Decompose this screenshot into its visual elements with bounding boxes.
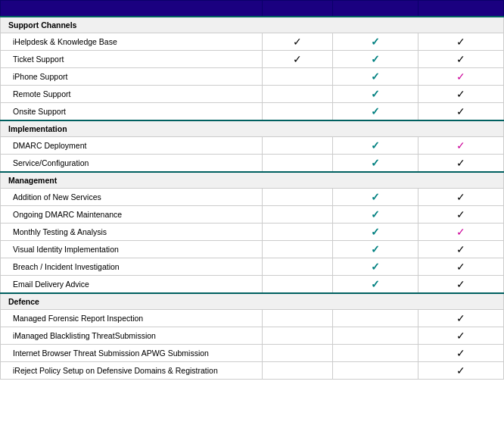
checkmark-icon: ✓ bbox=[371, 53, 380, 65]
header-description bbox=[1, 1, 263, 17]
defence-cell: ✓ bbox=[418, 33, 503, 51]
row-label: Ticket Support bbox=[1, 51, 263, 68]
defence-cell: ✓ bbox=[418, 68, 503, 86]
free-cell: ✓ bbox=[262, 51, 332, 68]
free-cell bbox=[262, 206, 332, 224]
proactive-cell: ✓ bbox=[332, 103, 418, 121]
row-label: Onsite Support bbox=[1, 103, 263, 121]
defence-cell: ✓ bbox=[418, 276, 503, 294]
proactive-cell bbox=[332, 345, 418, 362]
checkmark-icon: ✓ bbox=[371, 139, 380, 152]
defence-cell: ✓ bbox=[418, 362, 503, 380]
checkmark-icon: ✓ bbox=[293, 36, 302, 48]
free-cell bbox=[262, 327, 332, 345]
row-label: iPhone Support bbox=[1, 68, 263, 86]
proactive-cell: ✓ bbox=[332, 51, 418, 68]
row-label: Visual Identity Implementation bbox=[1, 241, 263, 258]
checkmark-icon: ✓ bbox=[371, 88, 380, 100]
free-cell: ✓ bbox=[262, 33, 332, 51]
checkmark-icon: ✓ bbox=[456, 226, 465, 238]
checkmark-icon: ✓ bbox=[456, 312, 465, 324]
table-row: iManaged Blacklisting ThreatSubmission✓ bbox=[1, 327, 504, 345]
proactive-cell bbox=[332, 310, 418, 327]
row-label: iHelpdesk & Knowledge Base bbox=[1, 33, 263, 51]
checkmark-icon: ✓ bbox=[456, 157, 465, 169]
checkmark-icon: ✓ bbox=[371, 70, 380, 83]
row-label: Remote Support bbox=[1, 86, 263, 103]
defence-cell: ✓ bbox=[418, 51, 503, 68]
table-row: DMARC Deployment✓✓ bbox=[1, 137, 504, 155]
defence-cell: ✓ bbox=[418, 189, 503, 206]
checkmark-icon: ✓ bbox=[456, 278, 465, 290]
section-header-1: Implementation bbox=[1, 120, 504, 137]
defence-cell: ✓ bbox=[418, 258, 503, 276]
checkmark-icon: ✓ bbox=[371, 36, 380, 48]
row-label: iReject Policy Setup on Defensive Domain… bbox=[1, 362, 263, 380]
section-header-3: Defence bbox=[1, 293, 504, 310]
free-cell bbox=[262, 224, 332, 241]
defence-cell: ✓ bbox=[418, 241, 503, 258]
defence-cell: ✓ bbox=[418, 327, 503, 345]
table-row: Monthly Testing & Analysis✓✓ bbox=[1, 224, 504, 241]
section-title-0: Support Channels bbox=[1, 17, 504, 33]
checkmark-icon: ✓ bbox=[456, 208, 465, 220]
defence-cell: ✓ bbox=[418, 224, 503, 241]
table-row: Onsite Support✓✓ bbox=[1, 103, 504, 121]
proactive-cell: ✓ bbox=[332, 241, 418, 258]
header-proactive bbox=[332, 1, 418, 17]
table-row: Breach / Incident Investigation✓✓ bbox=[1, 258, 504, 276]
checkmark-icon: ✓ bbox=[456, 364, 465, 377]
section-title-1: Implementation bbox=[1, 120, 504, 137]
section-title-3: Defence bbox=[1, 293, 504, 310]
checkmark-icon: ✓ bbox=[371, 226, 380, 238]
proactive-cell: ✓ bbox=[332, 276, 418, 294]
proactive-cell: ✓ bbox=[332, 224, 418, 241]
row-label: Email Delivery Advice bbox=[1, 276, 263, 294]
checkmark-icon: ✓ bbox=[456, 330, 465, 342]
row-label: iManaged Blacklisting ThreatSubmission bbox=[1, 327, 263, 345]
proactive-cell bbox=[332, 362, 418, 380]
section-header-0: Support Channels bbox=[1, 17, 504, 33]
header-free bbox=[262, 1, 332, 17]
checkmark-icon: ✓ bbox=[371, 278, 380, 290]
free-cell bbox=[262, 310, 332, 327]
table-row: Ongoing DMARC Maintenance✓✓ bbox=[1, 206, 504, 224]
free-cell bbox=[262, 155, 332, 173]
checkmark-icon: ✓ bbox=[456, 105, 465, 117]
table-row: Email Delivery Advice✓✓ bbox=[1, 276, 504, 294]
row-label: Ongoing DMARC Maintenance bbox=[1, 206, 263, 224]
row-label: Service/Configuration bbox=[1, 155, 263, 173]
checkmark-icon: ✓ bbox=[456, 243, 465, 255]
free-cell bbox=[262, 86, 332, 103]
proactive-cell: ✓ bbox=[332, 137, 418, 155]
table-row: iReject Policy Setup on Defensive Domain… bbox=[1, 362, 504, 380]
checkmark-icon: ✓ bbox=[371, 191, 380, 203]
checkmark-icon: ✓ bbox=[371, 208, 380, 220]
checkmark-icon: ✓ bbox=[371, 243, 380, 255]
pricing-table: Support ChannelsiHelpdesk & Knowledge Ba… bbox=[0, 0, 504, 380]
row-label: Managed Forensic Report Inspection bbox=[1, 310, 263, 327]
table-row: Managed Forensic Report Inspection✓ bbox=[1, 310, 504, 327]
checkmark-icon: ✓ bbox=[456, 88, 465, 100]
row-label: Monthly Testing & Analysis bbox=[1, 224, 263, 241]
defence-cell: ✓ bbox=[418, 86, 503, 103]
proactive-cell: ✓ bbox=[332, 155, 418, 173]
checkmark-icon: ✓ bbox=[456, 191, 465, 203]
checkmark-icon: ✓ bbox=[456, 139, 465, 152]
proactive-cell bbox=[332, 327, 418, 345]
row-label: Breach / Incident Investigation bbox=[1, 258, 263, 276]
section-header-2: Management bbox=[1, 172, 504, 189]
row-label: Addition of New Services bbox=[1, 189, 263, 206]
header-defence bbox=[418, 1, 503, 17]
table-row: iHelpdesk & Knowledge Base✓✓✓ bbox=[1, 33, 504, 51]
free-cell bbox=[262, 189, 332, 206]
checkmark-icon: ✓ bbox=[371, 157, 380, 169]
section-title-2: Management bbox=[1, 172, 504, 189]
checkmark-icon: ✓ bbox=[293, 53, 302, 65]
checkmark-icon: ✓ bbox=[371, 261, 380, 273]
free-cell bbox=[262, 276, 332, 294]
checkmark-icon: ✓ bbox=[456, 53, 465, 65]
row-label: DMARC Deployment bbox=[1, 137, 263, 155]
defence-cell: ✓ bbox=[418, 345, 503, 362]
table-row: iPhone Support✓✓ bbox=[1, 68, 504, 86]
